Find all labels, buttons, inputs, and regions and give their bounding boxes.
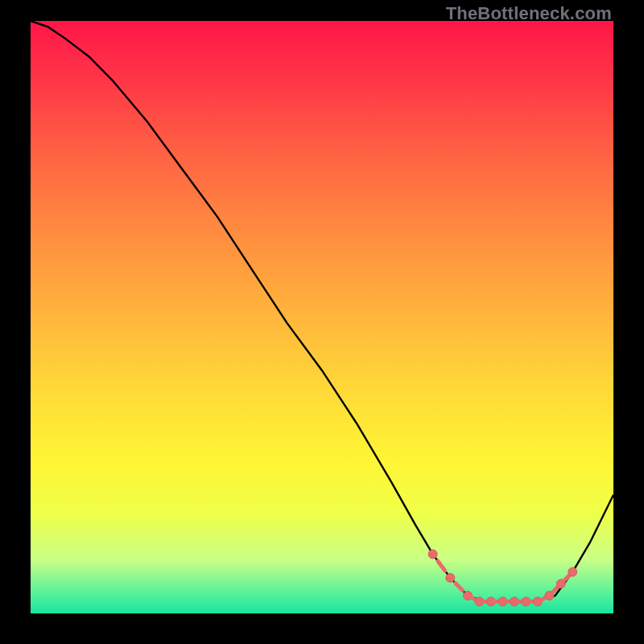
bottleneck-curve-line	[31, 21, 613, 601]
marker-group	[428, 550, 577, 606]
marker-dot	[568, 568, 577, 576]
marker-dash	[456, 584, 463, 591]
marker-dash	[564, 576, 569, 580]
marker-dash	[438, 561, 445, 571]
bottleneck-plot	[31, 21, 613, 613]
watermark-text: TheBottleneck.com	[446, 3, 612, 24]
marker-dot	[446, 573, 455, 582]
marker-dot	[428, 550, 437, 559]
marker-dash	[553, 588, 558, 592]
chart-frame	[31, 21, 613, 613]
